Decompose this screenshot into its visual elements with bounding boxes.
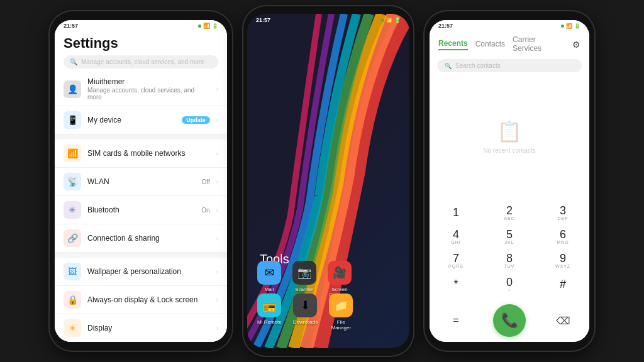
settings-item-alwayson[interactable]: 🔒 Always-on display & Lock screen › [55,286,227,314]
settings-item-mydevice[interactable]: 📱 My device Update › [55,106,227,134]
file-manager-label: File Manager [331,319,351,331]
bluetooth-status: On [201,207,209,214]
mydevice-text: My device [87,116,175,124]
downloads-icon: ⬇ [293,293,317,317]
key-7[interactable]: 7 PQRS [440,249,472,272]
chevron-icon: › [216,325,218,332]
apps-row-1: ✉ Mail 📷 Scanner 🎥 Screen Recorder [257,261,352,298]
connection-icon: 🔗 [64,229,81,247]
dialer-search-bar[interactable]: 🔍 Search contacts [437,59,582,72]
status-time-dialer: 21:57 [438,23,453,29]
signal-icon: 📶 [203,23,210,29]
settings-item-wallpaper[interactable]: 🖼 Wallpaper & personalization › [55,258,227,286]
status-icons: 📶 🔋 [198,23,218,29]
connection-title: Connection & sharing [87,234,210,243]
apps-row-2: 📻 Mi Remote ⬇ Downloads 📁 File Manager [257,293,353,331]
chevron-icon: › [216,85,218,92]
simcards-title: SIM cards & mobile networks [87,149,210,158]
status-dot [198,25,201,28]
screen-recorder-icon: 🎥 [328,261,352,285]
wallpaper-title: Wallpaper & personalization [87,267,210,276]
keypad-row-2: 4 GHI 5 JKL 6 MNO [440,225,579,248]
battery-icon-dialer: 🔋 [574,23,580,29]
mail-icon: ✉ [257,261,281,285]
wallpaper-text: Wallpaper & personalization [87,267,210,276]
scanner-label: Scanner [295,287,314,292]
settings-search-bar[interactable]: 🔍 Manage accounts, cloud services, and m… [64,55,218,69]
key-8[interactable]: 8 TUV [493,249,526,272]
key-9[interactable]: 9 WXYZ [547,249,579,272]
status-bar-home: 21:57 📶 🔋 [247,14,409,25]
app-scanner[interactable]: 📷 Scanner [292,261,316,298]
key-5[interactable]: 5 JKL [493,225,526,248]
miuithemer-text: Miuithemer Manage accounts, cloud servic… [87,77,210,101]
settings-list: 👤 Miuithemer Manage accounts, cloud serv… [55,72,227,342]
chevron-icon: › [216,297,218,304]
mi-remote-icon: 📻 [257,293,281,317]
display-text: Display [87,324,210,332]
alwayson-title: Always-on display & Lock screen [87,295,210,304]
simcards-text: SIM cards & mobile networks [87,149,210,158]
settings-item-simcards[interactable]: 📶 SIM cards & mobile networks › [55,140,227,168]
key-0[interactable]: 0 + [493,273,526,295]
app-screen-recorder[interactable]: 🎥 Screen Recorder [328,261,352,298]
tab-contacts[interactable]: Contacts [475,40,505,50]
phone-settings: 21:57 📶 🔋 Settings 🔍 Manage accounts, cl… [50,11,232,351]
signal-icon-dialer: 📶 [566,23,572,29]
key-3[interactable]: 3 DEF [547,201,579,224]
connection-text: Connection & sharing [87,234,210,243]
app-mi-remote[interactable]: 📻 Mi Remote [257,293,282,331]
key-hash[interactable]: # [547,273,579,295]
mi-remote-label: Mi Remote [257,319,282,325]
keypad-row-4: * 0 + # [440,273,579,295]
search-icon-dialer: 🔍 [445,63,452,69]
dialer-screen: Recents Contacts Carrier Services ⚙ 🔍 Se… [430,30,589,342]
backspace-icon: ⌫ [556,315,570,327]
wifi-icon: 🔋 [212,23,218,29]
dial-equals-button[interactable]: = [442,307,470,334]
dialer-actions: = 📞 ⌫ [430,302,589,342]
tab-carrier[interactable]: Carrier Services [513,35,565,54]
key-1[interactable]: 1 [440,201,472,224]
display-title: Display [87,324,210,332]
backspace-button[interactable]: ⌫ [549,307,577,334]
settings-item-miuithemer[interactable]: 👤 Miuithemer Manage accounts, cloud serv… [55,72,227,106]
key-4[interactable]: 4 GHI [440,225,472,248]
key-star[interactable]: * [440,273,472,295]
app-downloads[interactable]: ⬇ Downloads [293,293,318,331]
settings-item-connection[interactable]: 🔗 Connection & sharing › [55,224,227,253]
settings-item-display[interactable]: ☀ Display › [55,314,227,342]
miuithemer-title: Miuithemer [87,77,210,86]
key-2[interactable]: 2 ABC [493,201,526,224]
keypad-row-1: 1 2 ABC 3 DEF [440,201,579,224]
mail-label: Mail [265,287,274,292]
status-bar-settings: 21:57 📶 🔋 [55,20,227,30]
chevron-icon: › [216,235,218,242]
miuithemer-subtitle: Manage accounts, cloud services, and mor… [87,87,210,101]
chevron-icon: › [216,150,218,157]
mydevice-icon: 📱 [64,111,81,129]
tab-recents[interactable]: Recents [438,39,468,50]
alwayson-icon: 🔒 [64,291,81,309]
app-mail[interactable]: ✉ Mail [257,261,281,298]
settings-item-bluetooth[interactable]: ✳ Bluetooth On › [55,196,227,224]
phone-dialer: 21:57 📶 🔋 Recents Contacts Carrier Servi… [425,11,594,351]
call-button[interactable]: 📞 [493,304,526,337]
display-icon: ☀ [64,319,81,337]
status-time: 21:57 [64,23,78,29]
wlan-status-text: Off [202,178,210,185]
call-icon: 📞 [501,312,518,329]
wlan-status: Off [202,178,210,185]
bluetooth-text: Bluetooth [87,206,195,214]
settings-header: Settings 🔍 Manage accounts, cloud servic… [55,30,227,72]
key-6[interactable]: 6 MNO [547,225,579,248]
gear-icon[interactable]: ⚙ [572,40,580,50]
app-file-manager[interactable]: 📁 File Manager [329,293,353,331]
update-badge: Update [182,116,210,124]
settings-divider-2 [55,253,227,258]
file-manager-icon: 📁 [329,293,353,317]
wlan-title: WLAN [87,177,196,186]
search-icon: 🔍 [70,58,77,65]
settings-item-wlan[interactable]: 📡 WLAN Off › [55,168,227,196]
empty-contacts-icon: 📋 [497,119,522,143]
